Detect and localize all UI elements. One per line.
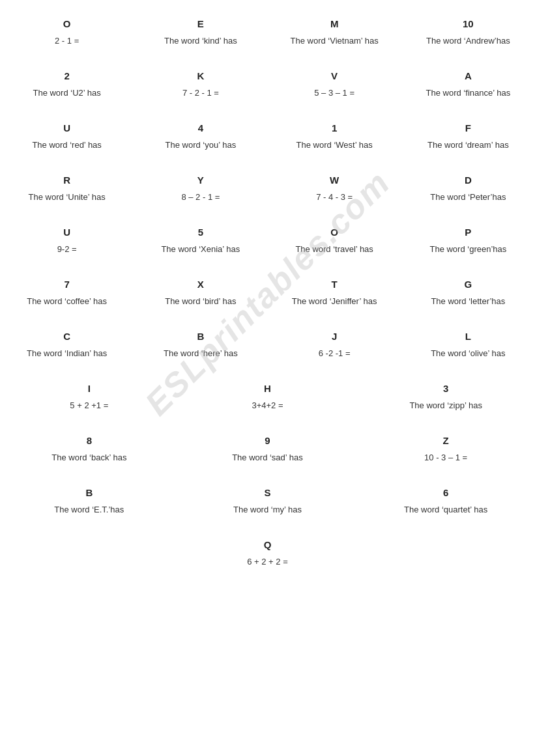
cell-label-r4-c2: O [330,227,338,238]
cell-label-r6-c2: J [332,331,337,342]
page-container: ESLprintables.com O2 - 1 =EThe word ‘kin… [0,0,535,586]
cell-content-r7-c2: The word ‘zipp’ has [409,400,482,410]
cell-content-r1-c2: 5 – 3 – 1 = [314,88,354,98]
cell-label-r3-c2: W [330,175,339,186]
cell-r0-c3: 10The word ‘Andrew’has [401,7,535,59]
cell-label-r3-c3: D [465,175,472,186]
cell-content-r4-c1: The word ‘Xenia’ has [161,244,240,254]
cell-label-r5-c0: 7 [64,279,69,290]
row-4: U9-2 =5The word ‘Xenia’ hasOThe word ‘tr… [0,215,535,267]
cell-r4-c0: U9-2 = [0,215,134,267]
cell-r3-c3: DThe word ‘Peter’has [401,163,535,215]
cell-content-r5-c1: The word ‘bird’ has [165,296,236,306]
cell-content-r4-c2: The word ‘travel’ has [295,244,373,254]
cell-label-r5-c3: G [465,279,472,290]
cell-r10-c0: Q6 + 2 + 2 = [203,527,333,580]
cell-r7-c0: I5 + 2 +1 = [0,371,179,423]
cell-r8-c2: Z10 - 3 – 1 = [356,423,535,475]
cell-content-r1-c1: 7 - 2 - 1 = [182,88,219,98]
cell-content-r0-c2: The word ‘Vietnam’ has [291,36,379,46]
cell-r1-c1: K7 - 2 - 1 = [134,59,267,111]
cell-r2-c0: UThe word ‘red’ has [0,111,134,163]
cell-content-r8-c2: 10 - 3 – 1 = [424,453,467,462]
cell-label-r5-c2: T [332,279,338,290]
cell-r9-c1: SThe word ‘my’ has [179,475,357,527]
cell-label-r9-c2: 6 [443,487,448,498]
row-3: RThe word ‘Unite’ hasY8 – 2 - 1 =W7 - 4 … [0,163,535,215]
cell-content-r2-c2: The word ‘West’ has [296,140,373,150]
cell-r9-c2: 6The word ‘quartet’ has [356,475,535,527]
row-0: O2 - 1 =EThe word ‘kind’ hasMThe word ‘V… [0,7,535,59]
cell-r5-c3: GThe word ‘letter’has [401,267,535,319]
cell-content-r6-c1: The word ‘here’ has [164,348,238,358]
cell-content-r9-c1: The word ‘my’ has [233,505,302,514]
cell-label-r3-c0: R [63,175,70,186]
cell-r7-c2: 3The word ‘zipp’ has [356,371,535,423]
row-2: UThe word ‘red’ has4The word ‘you’ has1T… [0,111,535,163]
cell-r3-c1: Y8 – 2 - 1 = [134,163,267,215]
cell-r1-c2: V5 – 3 – 1 = [268,59,401,111]
cell-content-r1-c0: The word ‘U2’ has [33,88,100,98]
row-6: CThe word ‘Indian’ hasBThe word ‘here’ h… [0,319,535,371]
cell-label-r0-c1: E [197,18,204,29]
cell-content-r5-c3: The word ‘letter’has [431,296,505,306]
cell-content-r9-c0: The word ‘E.T.’has [54,505,124,514]
cell-label-r6-c1: B [197,331,204,342]
rows-container: O2 - 1 =EThe word ‘kind’ hasMThe word ‘V… [0,7,535,580]
cell-label-r7-c0: I [88,383,91,394]
cell-label-r7-c2: 3 [443,383,448,394]
cell-content-r3-c1: 8 – 2 - 1 = [181,192,220,202]
cell-content-r8-c0: The word ‘back’ has [51,453,126,462]
cell-label-r9-c1: S [264,487,270,498]
cell-content-r7-c1: 3+4+2 = [252,400,283,410]
cell-label-r6-c0: C [63,331,70,342]
row-9: BThe word ‘E.T.’hasSThe word ‘my’ has6Th… [0,475,535,527]
cell-label-r0-c2: M [330,18,339,29]
cell-content-r5-c0: The word ‘coffee’ has [27,296,107,306]
cell-content-r0-c0: 2 - 1 = [55,36,79,46]
cell-content-r2-c1: The word ‘you’ has [166,140,237,150]
cell-content-r2-c3: The word ‘dream’ has [427,140,509,150]
row-1: 2The word ‘U2’ hasK7 - 2 - 1 =V5 – 3 – 1… [0,59,535,111]
cell-content-r6-c2: 6 -2 -1 = [319,348,351,358]
cell-r8-c1: 9The word ‘sad’ has [179,423,357,475]
cell-r6-c2: J6 -2 -1 = [268,319,401,371]
cell-r4-c3: PThe word ‘green’has [401,215,535,267]
row-10: Q6 + 2 + 2 = [203,527,333,580]
cell-r6-c3: LThe word ‘olive’ has [401,319,535,371]
cell-content-r6-c0: The word ‘Indian’ has [27,348,107,358]
cell-label-r8-c2: Z [443,435,449,446]
cell-r1-c3: AThe word ‘finance’ has [401,59,535,111]
cell-label-r0-c3: 10 [463,18,474,29]
cell-r2-c3: FThe word ‘dream’ has [401,111,535,163]
cell-label-r4-c3: P [465,227,471,238]
cell-content-r0-c3: The word ‘Andrew’has [426,36,510,46]
cell-content-r8-c1: The word ‘sad’ has [232,453,303,462]
cell-label-r4-c1: 5 [198,227,203,238]
cell-r8-c0: 8The word ‘back’ has [0,423,179,475]
cell-content-r1-c3: The word ‘finance’ has [426,88,511,98]
cell-r0-c0: O2 - 1 = [0,7,134,59]
cell-label-r0-c0: O [63,18,71,29]
cell-label-r3-c1: Y [197,175,204,186]
cell-content-r2-c0: The word ‘red’ has [32,140,101,150]
cell-label-r2-c3: F [465,122,471,133]
cell-r2-c1: 4The word ‘you’ has [134,111,267,163]
cell-content-r0-c1: The word ‘kind’ has [164,36,237,46]
cell-r5-c2: TThe word ‘Jeniffer’ has [268,267,401,319]
cell-content-r4-c3: The word ‘green’has [429,244,506,254]
cell-r5-c0: 7The word ‘coffee’ has [0,267,134,319]
cell-label-r2-c1: 4 [198,122,203,133]
row-8: 8The word ‘back’ has9The word ‘sad’ hasZ… [0,423,535,475]
cell-label-r6-c3: L [465,331,471,342]
cell-label-r7-c1: H [264,383,271,394]
cell-content-r3-c0: The word ‘Unite’ has [29,192,106,202]
cell-label-r1-c1: K [197,70,204,81]
cell-content-r5-c2: The word ‘Jeniffer’ has [292,296,377,306]
cell-r0-c1: EThe word ‘kind’ has [134,7,267,59]
cell-r2-c2: 1The word ‘West’ has [268,111,401,163]
cell-content-r3-c3: The word ‘Peter’has [430,192,506,202]
cell-r1-c0: 2The word ‘U2’ has [0,59,134,111]
cell-content-r7-c0: 5 + 2 +1 = [70,400,108,410]
cell-label-r2-c2: 1 [332,122,337,133]
